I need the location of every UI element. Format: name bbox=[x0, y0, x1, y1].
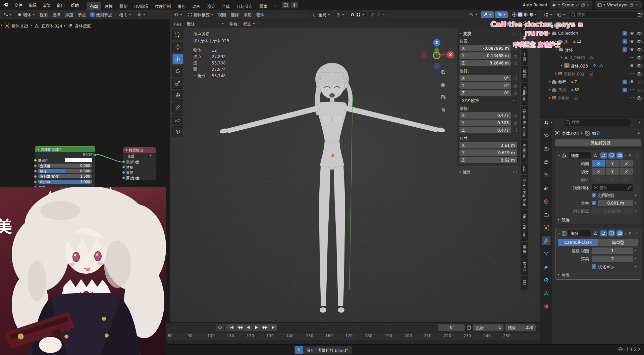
tab-viewlayer-icon[interactable] bbox=[542, 171, 550, 180]
expand-icon[interactable] bbox=[549, 89, 550, 91]
outliner-row-collection[interactable]: Collection ✓ bbox=[540, 29, 644, 37]
eye-open-icon[interactable] bbox=[629, 48, 635, 51]
volume-socket[interactable] bbox=[122, 166, 125, 169]
object-menu[interactable]: 物体 bbox=[254, 12, 267, 17]
camera-view-icon[interactable] bbox=[439, 93, 447, 101]
lock-open-icon[interactable] bbox=[513, 53, 517, 58]
select-box-tool[interactable] bbox=[172, 30, 183, 40]
drag-dropdown[interactable]: 框选 bbox=[241, 20, 257, 27]
close-icon[interactable]: ✕ bbox=[628, 231, 632, 236]
tab-edit[interactable]: 编辑 bbox=[521, 242, 528, 258]
eye-open-icon[interactable] bbox=[629, 64, 635, 67]
show-in-render-toggle[interactable] bbox=[616, 152, 623, 159]
prev-keyframe-button[interactable] bbox=[236, 324, 244, 331]
output-target-dropdown[interactable]: 全部 bbox=[125, 154, 154, 158]
frame-end-field[interactable]: 结束250 bbox=[505, 324, 536, 331]
jump-to-start-button[interactable] bbox=[227, 324, 235, 331]
eye-open-icon[interactable] bbox=[629, 80, 635, 83]
show-in-editmode-toggle[interactable] bbox=[600, 230, 607, 236]
tab-constraints-icon[interactable] bbox=[542, 276, 550, 284]
show-on-cage-toggle[interactable] bbox=[592, 152, 599, 159]
base-color-swatch[interactable] bbox=[65, 158, 92, 162]
bisect-distance-field[interactable]: 0.001 m bbox=[592, 208, 633, 214]
overlays-toggle[interactable] bbox=[495, 11, 508, 18]
tab-tool-icon[interactable] bbox=[542, 132, 550, 140]
checkbox-icon[interactable]: ✓ bbox=[623, 39, 627, 44]
timeline-ruler[interactable]: 80 90 100 110 120 130 140 150 160 170 18… bbox=[166, 332, 540, 340]
show-on-cage-toggle[interactable] bbox=[592, 230, 599, 236]
location-z-field[interactable]: Z3.2646 m bbox=[460, 60, 511, 66]
tab-data-icon[interactable] bbox=[542, 289, 550, 298]
add-modifier-button[interactable]: +添加修改器 bbox=[555, 139, 641, 146]
expand-icon[interactable] bbox=[549, 97, 550, 99]
merge-distance-field[interactable]: 0.001 m bbox=[598, 200, 633, 206]
tab-poliigon[interactable]: Poliigon bbox=[521, 83, 528, 105]
gizmos-toggle[interactable] bbox=[481, 11, 494, 18]
use-nodes-toggle[interactable]: ✓ 使用节点 bbox=[90, 12, 112, 17]
shading-material-icon[interactable] bbox=[523, 12, 528, 17]
notebook-icon[interactable] bbox=[282, 2, 289, 8]
lock-open-icon[interactable] bbox=[513, 61, 517, 65]
simple-button[interactable]: 简单型 bbox=[598, 239, 638, 246]
rotation-mode-dropdown[interactable]: XYZ 欧拉 bbox=[460, 97, 517, 103]
pin-icon[interactable] bbox=[576, 3, 580, 7]
expand-icon[interactable] bbox=[460, 171, 461, 173]
workspace-tab-scripting[interactable]: 脚本 bbox=[256, 2, 271, 10]
tab-rigging-bone-icon[interactable] bbox=[521, 163, 528, 174]
alpha-field[interactable]: Alpha1.000 bbox=[38, 180, 92, 184]
workspace-tab-render[interactable]: 渲染 bbox=[204, 2, 218, 10]
shader-menu-node[interactable]: 节点 bbox=[75, 12, 88, 17]
lock-open-icon[interactable] bbox=[513, 113, 517, 118]
menu-render[interactable]: 渲染 bbox=[40, 0, 54, 10]
roughness-field[interactable]: 糙度0.500 bbox=[38, 169, 92, 173]
merge-checkbox[interactable]: ✓ bbox=[592, 201, 596, 205]
viewlayer-selector[interactable]: ViewLayer ✕ bbox=[595, 1, 641, 9]
workspace-tab-sculpt[interactable]: 雕刻 bbox=[116, 2, 131, 10]
tab-modifiers-icon[interactable] bbox=[542, 236, 550, 245]
optimal-display-checkbox[interactable]: ✓ bbox=[592, 264, 596, 269]
scale-x-field[interactable]: X0.477 bbox=[460, 112, 511, 119]
new-collection-icon[interactable] bbox=[637, 12, 642, 17]
modifier-extras-icon[interactable] bbox=[625, 233, 627, 234]
subdivision-advanced-subpanel[interactable]: 高级 bbox=[558, 272, 638, 277]
base-color-socket[interactable] bbox=[34, 159, 37, 162]
expand-icon[interactable] bbox=[549, 81, 550, 83]
eye-closed-icon[interactable] bbox=[629, 96, 635, 99]
material-output-node[interactable]: 材质输出 全部 表(曲)面 体积 置换 厚(宽)度 bbox=[123, 147, 156, 181]
view-menu[interactable]: 视图 bbox=[216, 12, 228, 17]
cursor-tool[interactable] bbox=[172, 42, 183, 52]
camera-toggle-icon[interactable] bbox=[637, 72, 642, 76]
location-y-field[interactable]: Y0.13488 m bbox=[460, 52, 511, 59]
scale-z-field[interactable]: Z0.477 bbox=[460, 127, 511, 133]
mirror-object-field[interactable]: 物体 bbox=[592, 184, 633, 191]
tab-view[interactable]: 视图 bbox=[521, 66, 528, 82]
select-menu[interactable]: 选择 bbox=[228, 12, 241, 17]
slot-dropdown[interactable]: 槽 1 bbox=[117, 11, 133, 18]
outliner-row-empty001[interactable]: 空物体.001 bbox=[540, 70, 644, 78]
flip-z-button[interactable]: Z bbox=[620, 176, 633, 183]
thickness-socket[interactable] bbox=[122, 176, 125, 179]
options-dropdown[interactable]: 选项 bbox=[499, 20, 515, 27]
camera-disabled-icon[interactable] bbox=[637, 88, 642, 92]
expand-icon[interactable] bbox=[561, 64, 562, 66]
language-toggle-button[interactable]: 中 bbox=[291, 2, 298, 8]
tab-mesh-online[interactable]: Mesh Online bbox=[521, 210, 528, 241]
catmull-clark-button[interactable]: Catmull-Clark bbox=[558, 239, 598, 246]
eye-open-icon[interactable] bbox=[629, 40, 635, 43]
viewport-3d[interactable]: 物体模式 视图 选择 添加 物体 全局 bbox=[170, 10, 540, 322]
tab-collection-icon[interactable] bbox=[542, 210, 550, 219]
outliner-filter-mode-dropdown[interactable] bbox=[555, 11, 567, 18]
outliner-row-empty[interactable]: 空物体 bbox=[540, 94, 644, 102]
drag-handle-icon[interactable] bbox=[513, 171, 517, 173]
visibility-dropdown[interactable] bbox=[467, 11, 480, 18]
mirror-data-subpanel[interactable]: 数据 bbox=[558, 217, 638, 222]
pan-hand-icon[interactable] bbox=[439, 80, 447, 89]
expand-icon[interactable] bbox=[555, 40, 556, 42]
tab-m3[interactable]: M3 bbox=[521, 276, 528, 290]
outliner-row-3mesh[interactable]: 3_mesh bbox=[540, 53, 644, 61]
scale-y-field[interactable]: Y0.303 bbox=[460, 120, 511, 126]
proportional-editing-dropdown[interactable] bbox=[368, 11, 387, 18]
close-icon[interactable]: ✕ bbox=[628, 153, 632, 158]
bsdf-output-socket[interactable] bbox=[93, 153, 96, 157]
outliner-row-head[interactable]: 头 12 ✓ bbox=[540, 37, 644, 45]
